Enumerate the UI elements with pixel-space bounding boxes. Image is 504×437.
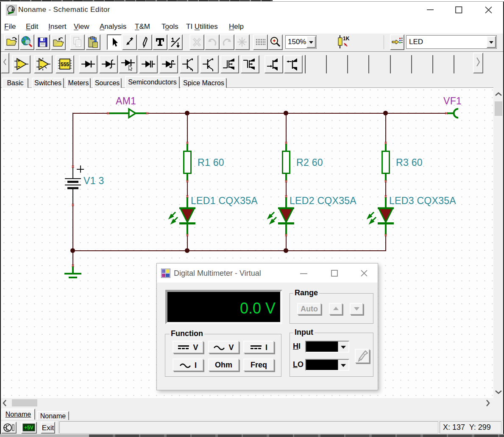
svg-text:+5V: +5V [24, 425, 33, 431]
svg-text:1K: 1K [343, 36, 350, 42]
svg-text:555: 555 [61, 62, 69, 67]
